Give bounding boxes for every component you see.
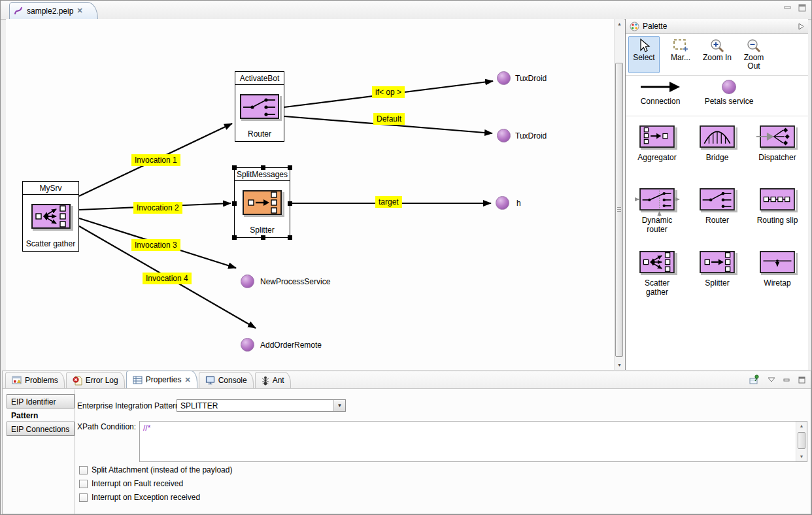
error-log-icon	[73, 376, 82, 386]
minimize-icon[interactable]	[784, 4, 792, 12]
properties-sidebar: EIP Identifier Pattern EIP Connections	[7, 395, 75, 436]
sidebar-item-eip-connections[interactable]: EIP Connections	[7, 422, 75, 436]
textarea-scrollbar[interactable]: ▲ ▼	[796, 422, 807, 461]
checkbox-row-split-attachment[interactable]: Split Attachment (instead of the payload…	[79, 465, 232, 474]
scroll-up-icon[interactable]: ▲	[796, 422, 807, 431]
edge-label[interactable]: Invocation 1	[131, 154, 180, 166]
scroll-down-icon[interactable]: ▼	[615, 360, 624, 370]
palette-item-scatter-gather[interactable]: Scatter gather	[627, 251, 687, 303]
bottom-tab-bar: Problems Error Log Properties ✕	[3, 371, 811, 389]
node-type-label: Router	[235, 128, 284, 141]
checkbox[interactable]	[79, 480, 88, 488]
tool-select[interactable]: Select	[628, 36, 660, 73]
splitter-icon	[699, 251, 736, 273]
selection-handle[interactable]	[261, 165, 265, 170]
selection-handle[interactable]	[232, 235, 237, 240]
minimize-view-icon[interactable]	[783, 376, 790, 384]
checkbox-row-interrupt-exception[interactable]: Interrupt on Exception received	[79, 493, 200, 502]
tool-zoom-in[interactable]: Zoom In	[702, 36, 733, 73]
edge-label[interactable]: Invocation 2	[133, 202, 182, 214]
petals-service-sphere[interactable]	[497, 71, 511, 85]
edge-label[interactable]: if< op >	[372, 86, 405, 98]
application-window: sample2.peip ✕ MySrv	[0, 0, 812, 515]
petals-service-sphere[interactable]	[497, 129, 511, 142]
editor-tab-sample2[interactable]: sample2.peip ✕	[9, 2, 98, 19]
palette-item-splitter[interactable]: Splitter	[687, 251, 747, 303]
combo-dropdown-icon[interactable]: ▼	[333, 400, 345, 411]
eip-pattern-combobox[interactable]: SPLITTER ▼	[177, 399, 346, 412]
maximize-view-icon[interactable]	[798, 376, 805, 384]
tab-problems[interactable]: Problems	[5, 372, 65, 388]
selection-handle[interactable]	[288, 235, 292, 240]
checkbox-row-interrupt-fault[interactable]: Interrupt on Fault received	[79, 479, 183, 488]
palette-item-wiretap[interactable]: Wiretap	[747, 251, 807, 303]
xpath-condition-textarea[interactable]: //* ▲ ▼	[139, 421, 807, 462]
petals-service-sphere[interactable]	[241, 338, 254, 352]
palette-item-dynamic-router[interactable]: Dynamic router	[627, 188, 687, 241]
selection-handle[interactable]	[261, 235, 265, 240]
scrollbar-thumb[interactable]	[615, 63, 623, 357]
editor-tab-title: sample2.peip	[27, 7, 73, 16]
tab-error-log[interactable]: Error Log	[66, 372, 125, 388]
tool-zoom-out[interactable]: Zoom Out	[738, 36, 770, 73]
scatter-gather-icon	[639, 251, 675, 273]
view-menu-icon[interactable]	[768, 377, 775, 382]
maximize-icon[interactable]	[798, 4, 806, 12]
node-title: MySrv	[23, 182, 78, 195]
petals-service-icon	[722, 80, 736, 94]
edge-label[interactable]: Invocation 4	[143, 273, 192, 284]
tab-close-icon[interactable]: ✕	[184, 376, 190, 384]
palette-header[interactable]: Palette	[626, 19, 808, 34]
endpoint-label: AddOrderRemote	[260, 341, 322, 350]
checkbox[interactable]	[79, 466, 88, 474]
diagram-canvas[interactable]	[6, 19, 615, 370]
scrollbar-thumb[interactable]	[798, 432, 805, 449]
sidebar-item-pattern[interactable]: Pattern	[7, 408, 75, 422]
scroll-down-icon[interactable]: ▼	[796, 452, 807, 461]
tool-marquee[interactable]: Mar...	[665, 36, 696, 73]
selection-handle[interactable]	[288, 201, 292, 206]
router-icon	[699, 188, 736, 210]
tab-console[interactable]: Console	[199, 372, 254, 388]
endpoint-label: TuxDroid	[515, 131, 547, 141]
canvas-node-mysrv[interactable]: MySrv Scatter gather	[22, 181, 79, 252]
scatter-gather-icon	[31, 204, 71, 229]
view-toolbar	[749, 374, 805, 385]
canvas-node-activatebot[interactable]: ActivateBot Router	[235, 71, 284, 142]
ant-icon	[262, 376, 269, 386]
selection-handle[interactable]	[288, 165, 292, 170]
petals-service-sphere[interactable]	[241, 274, 254, 288]
checkbox[interactable]	[79, 493, 88, 502]
palette-item-connection[interactable]: Connection	[632, 80, 688, 106]
bridge-icon	[699, 125, 736, 148]
selection-handle[interactable]	[232, 165, 237, 170]
palette-item-bridge[interactable]: Bridge	[687, 125, 747, 178]
sidebar-item-eip-identifier[interactable]: EIP Identifier	[7, 394, 75, 408]
eip-pattern-label: Enterprise Integration Pattern:	[77, 401, 182, 410]
problems-icon	[12, 376, 22, 385]
palette-connection-group: Connection Petals service	[626, 76, 808, 116]
palette-item-router[interactable]: Router	[687, 188, 747, 241]
tab-ant[interactable]: Ant	[255, 372, 291, 388]
palette-item-aggregator[interactable]: Aggregator	[627, 125, 687, 178]
palette-item-petals-service[interactable]: Petals service	[698, 80, 760, 106]
tab-properties[interactable]: Properties ✕	[126, 371, 197, 388]
edge-label[interactable]: target	[375, 196, 402, 208]
pin-view-icon[interactable]	[749, 374, 760, 385]
petals-service-sphere[interactable]	[496, 196, 509, 210]
palette-tools: Select Mar... Zoom In	[626, 34, 808, 76]
editor-tab-close-icon[interactable]: ✕	[76, 7, 82, 15]
node-title: ActivateBot	[235, 72, 284, 85]
scroll-up-icon[interactable]: ▲	[615, 19, 624, 29]
canvas-vertical-scrollbar[interactable]: ▲ ▼	[614, 19, 624, 370]
edge-label[interactable]: Invocation 3	[131, 239, 180, 251]
checkbox-label: Split Attachment (instead of the payload…	[92, 465, 232, 474]
edge-label[interactable]: Default	[373, 113, 405, 125]
marquee-icon	[672, 38, 689, 54]
select-cursor-icon	[637, 38, 651, 54]
collapse-palette-icon[interactable]	[798, 23, 804, 30]
selection-handle[interactable]	[232, 201, 237, 206]
canvas-node-splitmessages[interactable]: SplitMessages Splitter	[234, 167, 290, 238]
palette-item-dispatcher[interactable]: Dispatcher	[747, 125, 807, 178]
palette-item-routing-slip[interactable]: Routing slip	[747, 188, 807, 241]
